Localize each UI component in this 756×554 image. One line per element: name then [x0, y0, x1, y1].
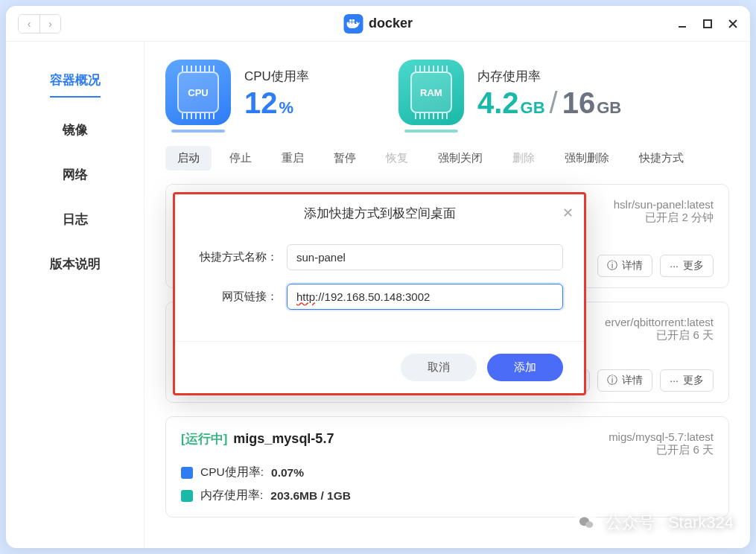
tool-delete[interactable]: 删除 [501, 146, 547, 171]
tool-start[interactable]: 启动 [165, 146, 212, 171]
nav-back-button[interactable]: ‹ [19, 15, 39, 33]
maximize-button[interactable] [702, 19, 713, 29]
detail-button[interactable]: ⓘ详情 [597, 369, 652, 392]
info-icon: ⓘ [607, 374, 617, 387]
svg-point-10 [585, 521, 593, 527]
modal-title: 添加快捷方式到极空间桌面 [190, 205, 569, 222]
sidebar-item-network[interactable]: 网络 [6, 152, 144, 197]
ram-label: 内存使用率 [477, 68, 621, 85]
shortcut-modal: 添加快捷方式到极空间桌面 ✕ 快捷方式名称： 网页链接： http://192.… [173, 192, 586, 395]
tool-restart[interactable]: 重启 [270, 146, 316, 171]
more-button[interactable]: ···更多 [660, 255, 714, 277]
docker-icon [343, 14, 363, 34]
container-card[interactable]: [运行中] migs_mysql-5.7 migs/mysql-5.7:late… [165, 416, 729, 518]
shortcut-name-label: 快捷方式名称： [196, 250, 278, 264]
container-name: migs_mysql-5.7 [233, 431, 334, 447]
wechat-icon [574, 511, 598, 535]
ram-mini-icon [181, 490, 193, 502]
ram-icon: RAM [398, 60, 464, 125]
cpu-icon: CPU [165, 60, 231, 125]
sidebar: 容器概况 镜像 网络 日志 版本说明 [6, 42, 144, 548]
shortcut-name-input[interactable] [287, 244, 563, 270]
toolbar: 启动 停止 重启 暂停 恢复 强制关闭 删除 强制删除 快捷方式 [165, 146, 729, 171]
container-meta: hslr/sun-panel:latest 已开启 2 分钟 [614, 198, 714, 225]
tool-stop[interactable]: 停止 [217, 146, 264, 171]
nav-forward-button[interactable]: › [39, 15, 60, 33]
more-icon: ··· [670, 375, 679, 386]
tool-force-delete[interactable]: 强制删除 [553, 146, 621, 171]
svg-rect-6 [704, 20, 711, 28]
svg-rect-4 [352, 19, 354, 22]
watermark: 公众号 · Stark324 [574, 511, 734, 535]
sidebar-item-version[interactable]: 版本说明 [6, 241, 144, 286]
cpu-label: CPU使用率 [244, 68, 309, 85]
sidebar-item-logs[interactable]: 日志 [6, 197, 144, 241]
status-badge: [运行中] [181, 430, 227, 448]
mem-row: 内存使用率: 203.6MB / 1GB [181, 488, 714, 503]
ram-stat: RAM 内存使用率 4.2GB / 16GB [398, 60, 621, 125]
more-icon: ··· [670, 260, 679, 272]
sidebar-item-images[interactable]: 镜像 [6, 107, 144, 152]
tool-force-close[interactable]: 强制关闭 [426, 146, 495, 171]
info-icon: ⓘ [607, 259, 617, 273]
container-meta: erver/qbittorrent:latest 已开启 6 天 [605, 316, 714, 343]
tool-shortcut[interactable]: 快捷方式 [627, 146, 696, 171]
close-icon[interactable]: ✕ [562, 205, 574, 221]
tool-resume[interactable]: 恢复 [374, 146, 420, 171]
cpu-row: CPU使用率: 0.07% [181, 465, 714, 480]
cpu-mini-icon [181, 467, 193, 479]
minimize-button[interactable] [677, 19, 687, 29]
tool-pause[interactable]: 暂停 [322, 146, 368, 171]
confirm-button[interactable]: 添加 [487, 354, 563, 381]
more-button[interactable]: ···更多 [660, 369, 714, 392]
container-meta: migs/mysql-5.7:latest 已开启 6 天 [609, 430, 714, 457]
window-title: docker [343, 14, 413, 34]
cpu-stat: CPU CPU使用率 12% [165, 60, 309, 125]
sidebar-item-overview[interactable]: 容器概况 [6, 63, 144, 107]
url-label: 网页链接： [196, 290, 278, 304]
ram-value: 4.2GB / 16GB [477, 88, 621, 118]
cancel-button[interactable]: 取消 [401, 354, 477, 381]
url-input[interactable]: http://192.168.50.148:3002 [287, 284, 563, 310]
close-button[interactable] [728, 19, 738, 29]
detail-button[interactable]: ⓘ详情 [597, 255, 652, 277]
cpu-value: 12% [244, 88, 309, 118]
svg-rect-3 [349, 19, 352, 22]
